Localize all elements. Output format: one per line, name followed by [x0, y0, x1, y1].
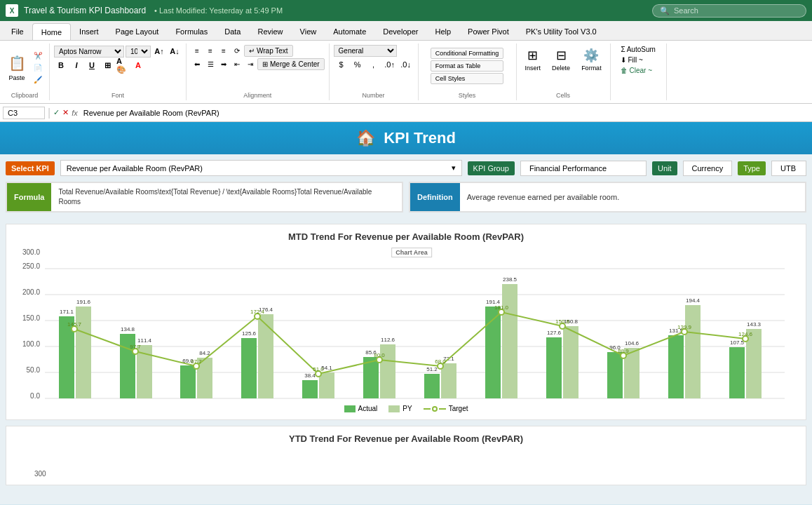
- fill-button[interactable]: ⬇ Fill ~: [618, 55, 658, 65]
- fill-label: Fill ~: [628, 56, 642, 64]
- font-color-button[interactable]: A: [131, 59, 145, 72]
- search-icon: 🔍: [660, 6, 670, 15]
- tab-page-layout[interactable]: Page Layout: [107, 23, 168, 40]
- number-label: Number: [363, 92, 385, 99]
- conditional-formatting-button[interactable]: Conditional Formatting: [431, 48, 504, 59]
- chart1-area[interactable]: 0.0 50.0 100.0 150.0 200.0 250.0 300.0: [13, 248, 799, 402]
- legend-target-dot: [432, 406, 438, 412]
- tab-data[interactable]: Data: [216, 23, 249, 40]
- indent-decrease-button[interactable]: ⇤: [231, 58, 243, 69]
- bold-button[interactable]: B: [54, 59, 68, 72]
- legend-target-line2: [439, 408, 446, 410]
- legend-py-color: [388, 405, 400, 412]
- align-top-left-button[interactable]: ≡: [191, 45, 203, 56]
- tab-insert[interactable]: Insert: [71, 23, 107, 40]
- bar-actual-may: [302, 380, 318, 398]
- cell-reference[interactable]: [3, 107, 45, 119]
- align-right-button[interactable]: ➡: [217, 58, 230, 69]
- kpi-selectors: Select KPI Revenue per Available Room (R…: [0, 154, 812, 182]
- styles-group: Conditional Formatting Format as Table C…: [419, 43, 517, 100]
- clipboard-group: 📋 Paste ✂️ 📄 🖌️ Clipboard: [0, 43, 50, 100]
- paste-button[interactable]: 📋 Paste: [4, 49, 29, 87]
- orientation-button[interactable]: ⟳: [231, 45, 243, 56]
- kpi-selected-value: Revenue per Available Room (RevPAR): [67, 164, 203, 173]
- kpi-dropdown[interactable]: Revenue per Available Room (RevPAR) ▾: [60, 160, 462, 176]
- tab-automate[interactable]: Automate: [325, 23, 374, 40]
- svg-text:200.0: 200.0: [22, 288, 40, 296]
- italic-button[interactable]: I: [69, 59, 83, 72]
- tab-view[interactable]: View: [292, 23, 325, 40]
- insert-button[interactable]: ⊞ Insert: [521, 45, 546, 74]
- formula-box: Formula Total Revenue/Available Rooms\te…: [6, 182, 403, 213]
- align-top-right-button[interactable]: ≡: [217, 45, 230, 56]
- fill-color-button[interactable]: A🎨: [116, 59, 130, 72]
- definition-box: Definition Average revenue earned per av…: [409, 182, 806, 213]
- font-name-select[interactable]: Aptos Narrow: [54, 46, 124, 58]
- tab-utility[interactable]: PK's Utility Tool V3.0: [517, 23, 605, 40]
- font-size-select[interactable]: 10: [126, 46, 151, 58]
- svg-text:134.8: 134.8: [121, 326, 135, 332]
- decimal-increase-button[interactable]: .0↑: [382, 58, 398, 71]
- svg-text:150.0: 150.0: [22, 314, 40, 322]
- kpi-dropdown-arrow: ▾: [452, 163, 456, 173]
- indent-increase-button[interactable]: ⇥: [244, 58, 257, 69]
- format-painter-button[interactable]: 🖌️: [31, 74, 45, 85]
- increase-font-button[interactable]: A↑: [152, 45, 166, 58]
- wrap-text-button[interactable]: ↵ Wrap Text: [244, 45, 293, 57]
- tab-home[interactable]: Home: [32, 23, 71, 40]
- svg-text:88.9: 88.9: [618, 348, 629, 354]
- tab-review[interactable]: Review: [249, 23, 291, 40]
- align-top-center-button[interactable]: ≡: [204, 45, 217, 56]
- type-label: Type: [738, 161, 766, 175]
- cell-styles-button[interactable]: Cell Styles: [431, 73, 504, 84]
- number-format-select[interactable]: General: [334, 45, 397, 57]
- target-line: [74, 312, 745, 374]
- search-box[interactable]: 🔍: [652, 4, 806, 18]
- definition-label: Definition: [410, 183, 460, 211]
- bar-py-jul: [441, 363, 456, 398]
- align-center-button[interactable]: ☰: [204, 58, 217, 69]
- home-icon[interactable]: 🏠: [356, 129, 375, 147]
- tab-power-pivot[interactable]: Power Pivot: [459, 23, 517, 40]
- autosum-button[interactable]: Σ AutoSum: [618, 45, 658, 54]
- tab-help[interactable]: Help: [426, 23, 459, 40]
- underline-button[interactable]: U: [85, 59, 99, 72]
- clear-label: Clear ~: [629, 67, 652, 74]
- svg-text:50.0: 50.0: [27, 366, 41, 374]
- format-button[interactable]: ⚙️ Format: [577, 45, 606, 74]
- app-icon: X: [6, 4, 18, 17]
- decimal-decrease-button[interactable]: .0↓: [398, 58, 414, 71]
- formula-check-button[interactable]: ✓: [53, 108, 60, 117]
- legend-target-line: [424, 408, 431, 410]
- percent-button[interactable]: %: [350, 58, 365, 71]
- delete-button[interactable]: ⊟ Delete: [548, 45, 574, 74]
- formula-input[interactable]: [81, 107, 809, 119]
- search-input[interactable]: [674, 6, 793, 15]
- bar-actual-apr: [241, 338, 257, 398]
- tab-developer[interactable]: Developer: [374, 23, 426, 40]
- svg-text:127.6: 127.6: [547, 330, 562, 336]
- currency-button[interactable]: $: [334, 58, 349, 71]
- chart2-yaxis-300: 300: [34, 470, 46, 478]
- formula-cancel-button[interactable]: ✕: [62, 108, 69, 117]
- svg-text:107.5: 107.5: [730, 339, 745, 346]
- bar-py-apr: [258, 314, 273, 398]
- merge-center-button[interactable]: ⊞ Merge & Center: [257, 58, 325, 70]
- clear-button[interactable]: 🗑 Clear ~: [618, 66, 658, 75]
- align-left-button[interactable]: ⬅: [191, 58, 203, 69]
- bar-py-sep: [563, 326, 578, 398]
- tab-formulas[interactable]: Formulas: [167, 23, 216, 40]
- decrease-font-button[interactable]: A↓: [168, 45, 182, 58]
- comma-button[interactable]: ,: [366, 58, 381, 71]
- paste-icon: 📋: [8, 55, 26, 72]
- copy-button[interactable]: 📄: [31, 62, 45, 73]
- number-group: General $ % , .0↑ .0↓ Number: [330, 43, 419, 100]
- delete-icon: ⊟: [556, 48, 567, 63]
- border-button[interactable]: ⊞: [100, 59, 114, 72]
- format-as-table-button[interactable]: Format as Table: [431, 60, 504, 72]
- tab-file[interactable]: File: [3, 23, 32, 40]
- cut-button[interactable]: ✂️: [31, 50, 45, 61]
- svg-text:172.4: 172.4: [250, 309, 265, 315]
- svg-text:67.7: 67.7: [191, 358, 202, 365]
- delete-label: Delete: [552, 65, 570, 72]
